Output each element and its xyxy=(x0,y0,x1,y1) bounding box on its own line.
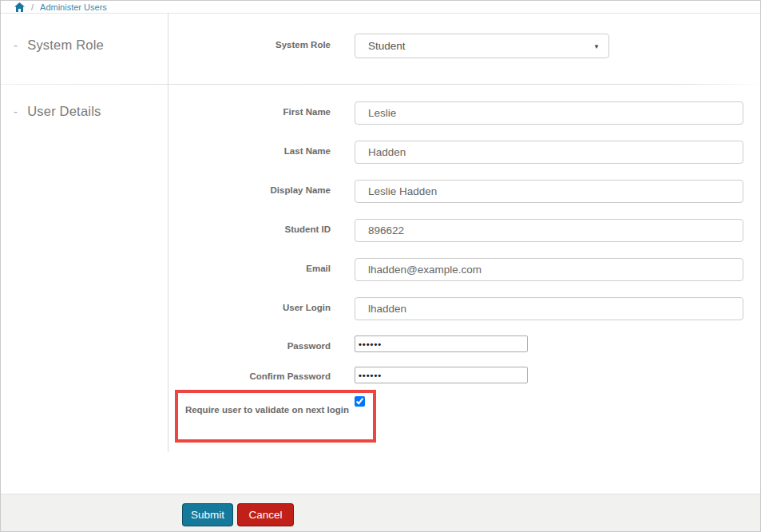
confirm-password-field[interactable] xyxy=(355,367,528,383)
confirm-password-label: Confirm Password xyxy=(176,371,331,382)
last-name-field[interactable] xyxy=(355,141,743,164)
display-name-field[interactable] xyxy=(355,180,743,203)
validate-highlight-box: Require user to validate on next login xyxy=(175,390,376,443)
display-name-label: Display Name xyxy=(176,185,331,196)
breadcrumb-current[interactable]: Administer Users xyxy=(40,2,107,12)
system-role-label: System Role xyxy=(176,40,331,50)
validate-checkbox-label: Require user to validate on next login xyxy=(181,403,349,417)
collapse-icon[interactable]: - xyxy=(14,105,18,118)
student-id-label: Student ID xyxy=(176,224,331,235)
email-field[interactable] xyxy=(355,258,743,281)
sidebar-item-system-role[interactable]: - System Role xyxy=(14,38,104,53)
sidebar-divider xyxy=(168,14,168,452)
student-id-field[interactable] xyxy=(355,219,743,242)
password-field[interactable] xyxy=(355,335,528,352)
user-login-field[interactable] xyxy=(355,297,743,320)
first-name-field[interactable] xyxy=(355,101,743,125)
system-role-select[interactable]: Student ▼ xyxy=(355,34,609,58)
chevron-down-icon: ▼ xyxy=(593,43,600,50)
first-name-label: First Name xyxy=(176,107,331,117)
administer-users-page: / Administer Users - System Role - User … xyxy=(0,0,761,532)
section-divider xyxy=(1,84,760,85)
cancel-button[interactable]: Cancel xyxy=(237,503,294,526)
collapse-icon[interactable]: - xyxy=(14,38,18,52)
sidebar-item-user-details[interactable]: - User Details xyxy=(14,104,101,119)
user-login-label: User Login xyxy=(176,303,331,313)
system-role-selected-value: Student xyxy=(368,40,406,52)
email-label: Email xyxy=(176,264,331,274)
submit-button[interactable]: Submit xyxy=(182,503,233,526)
form-footer: Submit Cancel xyxy=(1,494,760,531)
validate-checkbox[interactable] xyxy=(355,396,365,407)
breadcrumb-separator: / xyxy=(31,2,34,12)
last-name-label: Last Name xyxy=(176,146,331,157)
password-label: Password xyxy=(176,341,331,351)
home-icon[interactable] xyxy=(14,2,25,12)
breadcrumb: / Administer Users xyxy=(1,1,760,14)
sidebar-item-label: System Role xyxy=(27,38,104,53)
sidebar-item-label: User Details xyxy=(27,104,101,119)
